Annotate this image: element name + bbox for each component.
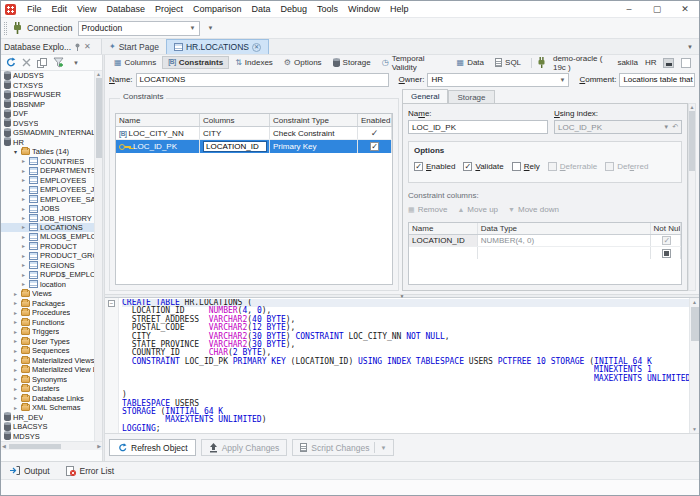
tree-item-user-types[interactable]: ▸User Types (1, 337, 94, 346)
expand-arrow-icon[interactable]: ▸ (20, 168, 27, 174)
expand-arrow-icon[interactable]: ▸ (20, 281, 27, 287)
expand-arrow-icon[interactable]: ▸ (12, 395, 19, 401)
tree-item-regions[interactable]: ▸REGIONS (1, 261, 94, 270)
tree-item-rupd-employee[interactable]: ▸RUPD$_EMPLOYEE (1, 270, 94, 279)
expand-arrow-icon[interactable]: ▸ (12, 386, 19, 392)
code-fold-icon[interactable]: − (108, 300, 115, 307)
tree-item-location[interactable]: ▸location (1, 280, 94, 289)
constraint-row-loc-id-pk[interactable]: LOC_ID_PKLOCATION_IDPrimary Key✓ (116, 140, 392, 153)
scrollbar-thumb[interactable] (691, 307, 699, 341)
cc-datatype-cell-empty[interactable] (478, 247, 651, 259)
tree-item-hr-dev[interactable]: HR_DEV (1, 412, 94, 421)
tree-item-views[interactable]: ▸Views (1, 289, 94, 298)
sql-code[interactable]: CREATE TABLE HR.LOCATIONS ( LOCATION_ID … (122, 299, 689, 433)
constraint-type-cell[interactable]: Check Constraint (270, 127, 358, 139)
scrollbar-thumb[interactable] (96, 78, 102, 158)
tree-item-gsmadmin-internal[interactable]: GSMADMIN_INTERNAL (1, 128, 94, 137)
menu-database[interactable]: Database (101, 1, 150, 17)
cc-name-cell-empty[interactable] (409, 247, 478, 259)
tree-item-employees-json[interactable]: ▸EMPLOYEES_JSON (1, 185, 94, 194)
toolbar-overflow-icon[interactable]: ▼ (205, 25, 217, 31)
filter-icon[interactable] (53, 57, 64, 68)
menu-data[interactable]: Data (246, 1, 275, 17)
constraint-enabled-cell[interactable]: ✓ (358, 140, 392, 153)
constraint-name-input[interactable]: LOC_ID_PK (408, 120, 548, 134)
menu-project[interactable]: Project (150, 1, 188, 17)
column-header-enabled[interactable]: Enabled (358, 114, 392, 126)
view-tab-temporal-validity[interactable]: ◷Temporal Validity (377, 56, 451, 69)
checkbox-rely[interactable] (512, 162, 521, 171)
cc-datatype-cell[interactable]: NUMBER(4, 0) (478, 235, 651, 246)
menu-comparison[interactable]: Comparison (188, 1, 247, 17)
tree-item-hr[interactable]: HR (1, 137, 94, 146)
expand-arrow-icon[interactable]: ▸ (12, 367, 19, 373)
option-rely[interactable]: Rely (512, 162, 540, 171)
expand-arrow-icon[interactable]: ▸ (12, 291, 19, 297)
tree-item-packages[interactable]: ▸Packages (1, 299, 94, 308)
menu-tools[interactable]: Tools (312, 1, 343, 17)
cc-name-cell[interactable]: LOCATION_ID (409, 235, 478, 246)
tree-item-ctxsys[interactable]: CTXSYS (1, 80, 94, 89)
option-validate[interactable]: ✓Validate (463, 162, 503, 171)
scroll-up-icon[interactable]: ▲ (690, 104, 695, 110)
scroll-down-icon[interactable]: ▼ (692, 426, 697, 432)
minimize-button[interactable]: – (615, 1, 643, 17)
constraint-enabled-cell[interactable]: ✓ (358, 127, 392, 139)
move-up-button[interactable]: ▲Move up (457, 205, 498, 214)
tree-item-sequences[interactable]: ▸Sequences (1, 346, 94, 355)
expand-arrow-icon[interactable]: ▸ (12, 319, 19, 325)
layout-full-view-icon[interactable] (681, 58, 691, 68)
view-tab-data[interactable]: ▦Data (452, 56, 489, 69)
close-tab-icon[interactable]: ✕ (252, 43, 261, 52)
menu-debug[interactable]: Debug (275, 1, 312, 17)
expand-arrow-icon[interactable]: ▸ (12, 338, 19, 344)
move-down-button[interactable]: ▼Move down (508, 205, 559, 214)
expand-arrow-icon[interactable]: ▸ (20, 224, 27, 230)
explorer-toolbar-overflow-icon[interactable]: ▼ (70, 60, 82, 66)
tree-item-functions[interactable]: ▸Functions (1, 318, 94, 327)
expand-arrow-icon[interactable]: ▸ (12, 376, 19, 382)
tree-item-procedures[interactable]: ▸Procedures (1, 308, 94, 317)
tree-item-dbsfwuser[interactable]: DBSFWUSER (1, 90, 94, 99)
using-index-select[interactable]: LOC_ID_PK ▼ ↶ (554, 120, 682, 134)
tree-item-audsys[interactable]: AUDSYS (1, 71, 94, 80)
detail-tab-storage[interactable]: Storage (448, 90, 494, 103)
tab-database-explorer[interactable]: Database Explo... ✕ (1, 39, 102, 54)
tree-item-clusters[interactable]: ▸Clusters (1, 384, 94, 393)
constraint-name-cell[interactable]: LOC_ID_PK (116, 140, 200, 153)
tree-item-employee-salari[interactable]: ▸EMPLOYEE_SALARI (1, 194, 94, 203)
tree-item-job-history[interactable]: ▸JOB_HISTORY (1, 213, 94, 222)
scrollbar-thumb[interactable] (689, 111, 695, 171)
tree-item-dvf[interactable]: DVF (1, 109, 94, 118)
explorer-horizontal-scrollbar[interactable]: ◀ ▶ (1, 441, 102, 450)
remove-button[interactable]: ▦Remove (408, 205, 447, 214)
apply-changes-button[interactable]: Apply Changes (201, 439, 288, 456)
cc-new-row[interactable] (409, 247, 681, 259)
expand-arrow-icon[interactable]: ▸ (20, 158, 27, 164)
scroll-up-icon[interactable]: ▲ (96, 71, 101, 77)
expand-arrow-icon[interactable]: ▸ (20, 272, 27, 278)
constraint-name-cell[interactable]: LOC_CITY_NN (116, 127, 200, 139)
view-tab-indexes[interactable]: ⇅Indexes (230, 56, 278, 69)
constraint-columns-cell[interactable]: CITY (200, 127, 270, 139)
expand-arrow-icon[interactable]: ▸ (20, 206, 27, 212)
sql-vertical-scrollbar[interactable]: ▲ ▼ (689, 298, 699, 433)
expand-arrow-icon[interactable]: ▸ (20, 215, 27, 221)
tree-item-database-links[interactable]: ▸Database Links (1, 393, 94, 402)
column-header-columns[interactable]: Columns (200, 114, 270, 126)
indeterminate-checkbox[interactable] (662, 249, 671, 258)
enabled-checkbox[interactable]: ✓ (370, 142, 379, 151)
script-changes-button[interactable]: Script Changes ▼ (292, 439, 394, 456)
refresh-icon[interactable] (5, 57, 16, 68)
scrollbar-thumb[interactable] (9, 444, 61, 449)
cc-column-header-not-null[interactable]: Not Null (651, 223, 681, 234)
view-tab-storage[interactable]: Storage (328, 56, 376, 69)
expand-arrow-icon[interactable]: ▸ (20, 196, 27, 202)
tree-item-product-group[interactable]: ▸PRODUCT_GROUP (1, 251, 94, 260)
copy-icon[interactable] (37, 58, 47, 68)
tree-item-employees[interactable]: ▸EMPLOYEES (1, 175, 94, 184)
layout-split-view-icon[interactable] (663, 58, 673, 68)
details-vertical-scrollbar[interactable]: ▲ (688, 103, 696, 291)
cc-notnull-cell-empty[interactable] (651, 247, 681, 259)
delete-icon[interactable] (22, 58, 31, 67)
